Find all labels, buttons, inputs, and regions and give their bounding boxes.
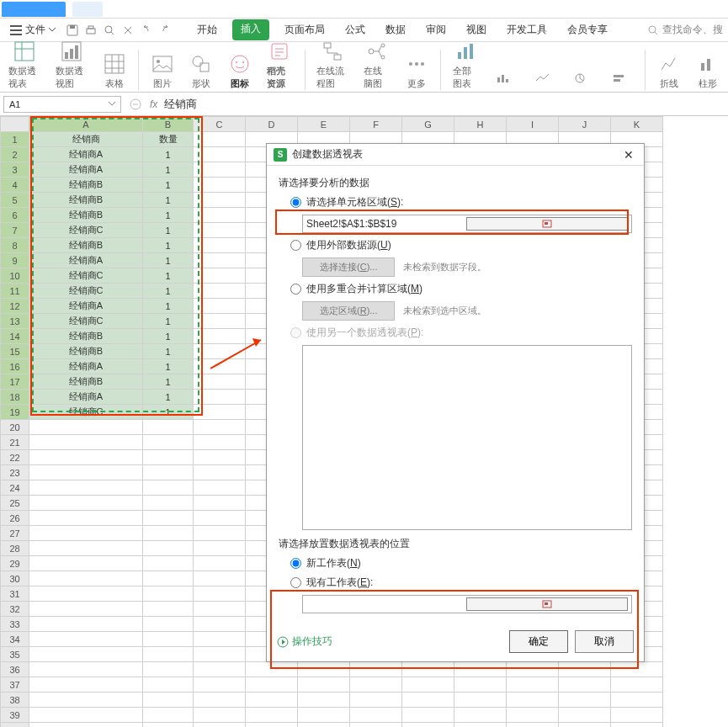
- undo-icon[interactable]: [140, 24, 153, 37]
- cell[interactable]: [194, 556, 246, 571]
- row-header[interactable]: 10: [1, 268, 29, 284]
- cell[interactable]: 1: [143, 162, 194, 178]
- cancel-icon[interactable]: [130, 98, 141, 110]
- cell[interactable]: [611, 723, 663, 728]
- cell[interactable]: [559, 693, 611, 708]
- cell[interactable]: [194, 450, 246, 465]
- ok-button[interactable]: 确定: [509, 630, 568, 653]
- row-header[interactable]: 21: [1, 435, 29, 450]
- cell[interactable]: [194, 268, 246, 284]
- cell[interactable]: [194, 344, 246, 359]
- ribbon-more[interactable]: 更多: [401, 52, 432, 90]
- formula-bar[interactable]: 经销商: [164, 97, 197, 112]
- row-header[interactable]: 28: [1, 541, 29, 556]
- cell[interactable]: 1: [143, 193, 194, 208]
- name-box[interactable]: A1: [3, 96, 121, 113]
- cell[interactable]: [143, 465, 194, 480]
- cell[interactable]: [29, 602, 143, 617]
- cell[interactable]: [194, 617, 246, 632]
- cell[interactable]: [611, 677, 663, 693]
- cell[interactable]: [194, 420, 246, 435]
- cell[interactable]: [143, 586, 194, 602]
- cell[interactable]: [29, 480, 143, 496]
- column-header[interactable]: E: [298, 117, 350, 132]
- ribbon-chart-dd1[interactable]: [490, 66, 520, 90]
- cell[interactable]: [194, 511, 246, 526]
- row-header[interactable]: 13: [1, 314, 29, 329]
- cell[interactable]: [143, 556, 194, 571]
- dialog-titlebar[interactable]: S 创建数据透视表 ✕: [267, 144, 644, 166]
- cell[interactable]: [246, 723, 298, 728]
- doc-tab-other[interactable]: [72, 2, 103, 17]
- cell[interactable]: [194, 662, 246, 677]
- row-header[interactable]: 17: [1, 374, 29, 390]
- cell[interactable]: [29, 496, 143, 511]
- cell[interactable]: [194, 632, 246, 647]
- row-header[interactable]: 3: [1, 162, 29, 178]
- range-input[interactable]: Sheet2!$A$1:$B$19: [302, 215, 632, 233]
- cell[interactable]: [194, 496, 246, 511]
- cell[interactable]: [246, 677, 298, 693]
- row-header[interactable]: 26: [1, 511, 29, 526]
- cell[interactable]: 经销商A: [29, 299, 143, 314]
- tab-layout[interactable]: 页面布局: [279, 19, 330, 40]
- cell[interactable]: 1: [143, 359, 194, 374]
- cell[interactable]: 1: [143, 405, 194, 420]
- ribbon-flowchart[interactable]: 在线流程图: [313, 40, 352, 90]
- column-header[interactable]: G: [402, 117, 454, 132]
- cell[interactable]: 经销商B: [29, 208, 143, 223]
- row-header[interactable]: 39: [1, 708, 29, 723]
- row-header[interactable]: 24: [1, 480, 29, 496]
- cell[interactable]: [194, 390, 246, 405]
- cell[interactable]: [29, 708, 143, 723]
- cell[interactable]: 1: [143, 147, 194, 162]
- cell[interactable]: [559, 662, 611, 677]
- tab-data[interactable]: 数据: [380, 19, 411, 40]
- cell[interactable]: 经销商A: [29, 162, 143, 178]
- cell[interactable]: [29, 556, 143, 571]
- cell[interactable]: 经销商B: [29, 344, 143, 359]
- ribbon-line[interactable]: 折线: [654, 52, 684, 90]
- cell[interactable]: 1: [143, 178, 194, 193]
- row-header[interactable]: 20: [1, 420, 29, 435]
- cell[interactable]: [298, 677, 350, 693]
- column-header[interactable]: D: [246, 117, 298, 132]
- cell[interactable]: [29, 632, 143, 647]
- cell[interactable]: [194, 132, 246, 147]
- cell[interactable]: [298, 723, 350, 728]
- cell[interactable]: [350, 677, 402, 693]
- cell[interactable]: [559, 677, 611, 693]
- column-header[interactable]: K: [611, 117, 663, 132]
- cell[interactable]: [246, 662, 298, 677]
- cell[interactable]: [194, 193, 246, 208]
- cell[interactable]: [611, 708, 663, 723]
- cell[interactable]: [143, 632, 194, 647]
- row-header[interactable]: 34: [1, 632, 29, 647]
- cell[interactable]: [298, 693, 350, 708]
- cell[interactable]: 经销商A: [29, 390, 143, 405]
- cell[interactable]: 经销商B: [29, 178, 143, 193]
- row-header[interactable]: 36: [1, 662, 29, 677]
- cell[interactable]: 经销商C: [29, 314, 143, 329]
- close-icon[interactable]: ✕: [620, 148, 637, 162]
- cell[interactable]: [143, 450, 194, 465]
- cell[interactable]: [194, 586, 246, 602]
- row-header[interactable]: 19: [1, 405, 29, 420]
- select-all-corner[interactable]: [1, 117, 29, 132]
- cell[interactable]: 经销商B: [29, 329, 143, 344]
- row-header[interactable]: 40: [1, 723, 29, 728]
- row-header[interactable]: 23: [1, 465, 29, 480]
- cell[interactable]: [29, 450, 143, 465]
- cell[interactable]: [402, 693, 454, 708]
- cell[interactable]: 1: [143, 314, 194, 329]
- column-header[interactable]: F: [350, 117, 402, 132]
- cell[interactable]: [194, 208, 246, 223]
- row-header[interactable]: 12: [1, 299, 29, 314]
- cell[interactable]: [29, 465, 143, 480]
- ribbon-chart-dd3[interactable]: [567, 66, 598, 90]
- ribbon-shapes[interactable]: 形状: [186, 52, 216, 90]
- pivot-source-listbox[interactable]: [302, 345, 632, 530]
- cell[interactable]: [194, 162, 246, 178]
- cell[interactable]: [507, 723, 559, 728]
- cell[interactable]: [507, 677, 559, 693]
